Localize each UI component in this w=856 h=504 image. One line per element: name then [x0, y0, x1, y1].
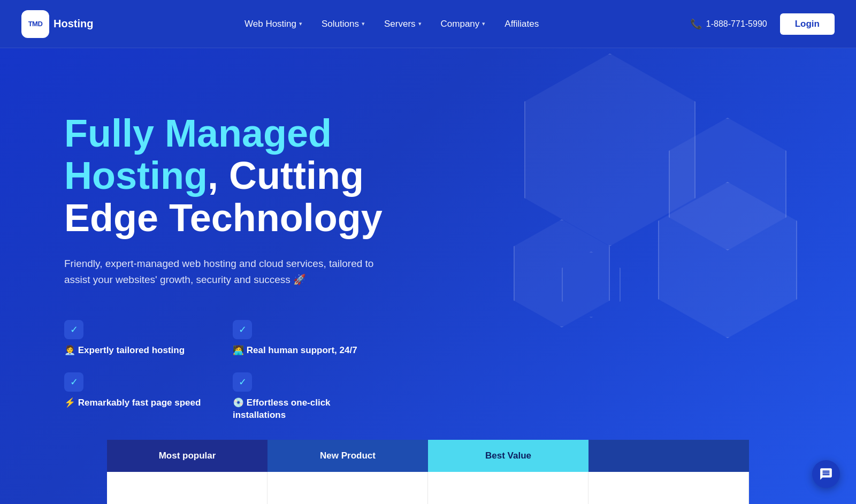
check-icon: ✓: [233, 372, 252, 392]
hero-content: Fully Managed Hosting, Cutting Edge Tech…: [64, 91, 428, 421]
check-icon: ✓: [64, 320, 83, 339]
card-placeholder-3: [428, 472, 588, 504]
feature-item: ✓ 💿 Effortless one-click installations: [233, 372, 385, 421]
login-button[interactable]: Login: [780, 13, 835, 35]
hero-section: Fully Managed Hosting, Cutting Edge Tech…: [0, 0, 856, 504]
feature-item: ✓ 🧑‍💻 Real human support, 24/7: [233, 320, 385, 356]
card-placeholder-4: [588, 472, 749, 504]
chat-icon: [819, 467, 833, 481]
chevron-down-icon: ▾: [299, 20, 302, 27]
feature-item: ✓ ⚡ Remarkably fast page speed: [64, 372, 217, 421]
nav-company[interactable]: Company ▾: [441, 19, 486, 29]
nav-servers[interactable]: Servers ▾: [384, 19, 422, 29]
tab-best-value[interactable]: Best Value: [428, 440, 588, 472]
tabs-section: Most popular New Product Best Value: [0, 440, 856, 504]
header: TMD Hosting Web Hosting ▾ Solutions ▾ Se…: [0, 0, 856, 48]
check-icon: ✓: [64, 372, 83, 392]
tabs-bar: Most popular New Product Best Value: [107, 440, 749, 472]
chevron-down-icon: ▾: [418, 20, 422, 27]
phone-number[interactable]: 📞 1-888-771-5990: [690, 18, 767, 30]
tab-new-product[interactable]: New Product: [268, 440, 428, 472]
card-placeholder-1: [107, 472, 268, 504]
main-nav: Web Hosting ▾ Solutions ▾ Servers ▾ Comp…: [244, 19, 539, 29]
chevron-down-icon: ▾: [482, 20, 485, 27]
feature-item: ✓ 🧑‍💼 Expertly tailored hosting: [64, 320, 217, 356]
logo-badge: TMD: [21, 10, 49, 38]
logo-text: Hosting: [54, 18, 93, 30]
cards-row: [107, 472, 749, 504]
nav-affiliates[interactable]: Affiliates: [505, 19, 539, 29]
hex-decoration: [503, 54, 856, 428]
phone-icon: 📞: [690, 18, 702, 30]
nav-web-hosting[interactable]: Web Hosting ▾: [244, 19, 302, 29]
logo[interactable]: TMD Hosting: [21, 10, 93, 38]
features-grid: ✓ 🧑‍💼 Expertly tailored hosting ✓ 🧑‍💻 Re…: [64, 320, 385, 421]
nav-solutions[interactable]: Solutions ▾: [322, 19, 365, 29]
check-icon: ✓: [233, 320, 252, 339]
tab-most-popular[interactable]: Most popular: [107, 440, 268, 472]
header-right: 📞 1-888-771-5990 Login: [690, 13, 835, 35]
tab-fourth[interactable]: [588, 440, 749, 472]
chat-button[interactable]: [812, 460, 840, 488]
card-placeholder-2: [268, 472, 428, 504]
chevron-down-icon: ▾: [362, 20, 365, 27]
hero-title: Fully Managed Hosting, Cutting Edge Tech…: [64, 112, 428, 240]
hero-subtitle: Friendly, expert-managed web hosting and…: [64, 256, 374, 288]
